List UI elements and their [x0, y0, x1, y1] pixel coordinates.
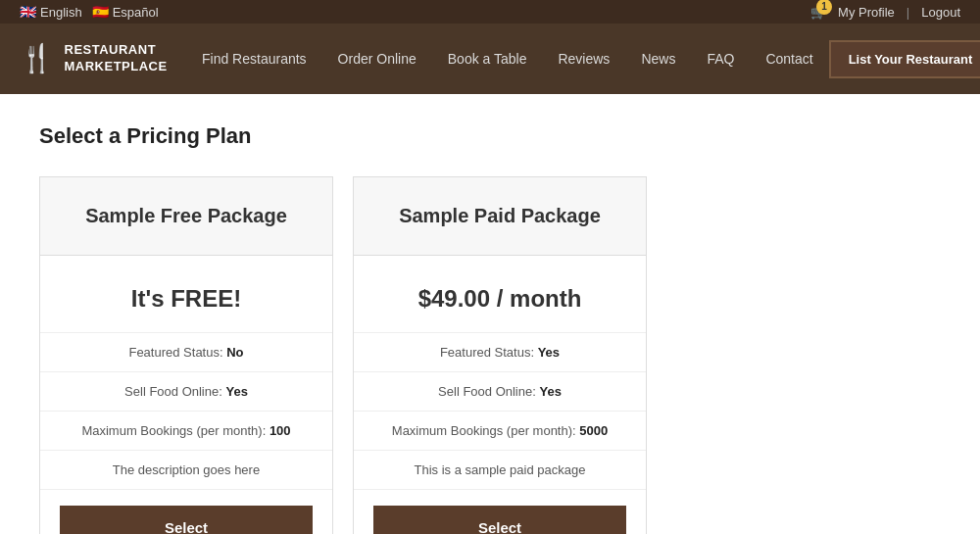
nav-reviews[interactable]: Reviews	[542, 24, 625, 94]
top-bar-left: 🇬🇧 English 🇪🇸 Español	[20, 4, 159, 20]
paid-package-price: $49.00 / month	[354, 256, 646, 333]
nav-faq[interactable]: FAQ	[691, 24, 750, 94]
free-package-max-bookings-value: 100	[270, 423, 291, 438]
nav-find-restaurants[interactable]: Find Restaurants	[186, 24, 322, 94]
divider: |	[906, 5, 909, 20]
free-package-featured: Featured Status: No	[40, 333, 332, 372]
free-package-price: It's FREE!	[40, 256, 332, 333]
cart-icon[interactable]: 🛒 1	[810, 5, 826, 20]
free-package-select-button[interactable]: Select	[60, 506, 313, 534]
lang-espanol[interactable]: 🇪🇸 Español	[92, 4, 159, 20]
brand-icon: 🍴	[20, 41, 55, 76]
free-package-sell-food-value: Yes	[225, 384, 247, 399]
brand-name: RESTAURANT MARKETPLACE	[65, 42, 168, 75]
free-package-max-bookings: Maximum Bookings (per month): 100	[40, 412, 332, 451]
espanol-label: Español	[113, 5, 159, 20]
logout-link[interactable]: Logout	[921, 5, 960, 20]
free-package-featured-value: No	[226, 345, 243, 360]
page-title: Select a Pricing Plan	[39, 123, 941, 149]
nav-links: Find Restaurants Order Online Book a Tab…	[186, 24, 829, 94]
espanol-flag: 🇪🇸	[92, 4, 109, 20]
free-package-header: Sample Free Package	[40, 177, 332, 256]
paid-package-featured: Featured Status: Yes	[354, 333, 646, 372]
my-profile-link[interactable]: My Profile	[838, 5, 895, 20]
paid-package-description: This is a sample paid package	[354, 451, 646, 490]
paid-package-card: Sample Paid Package $49.00 / month Featu…	[353, 176, 647, 534]
free-package-card: Sample Free Package It's FREE! Featured …	[39, 176, 333, 534]
nav-book-a-table[interactable]: Book a Table	[432, 24, 543, 94]
navbar: 🍴 RESTAURANT MARKETPLACE Find Restaurant…	[0, 24, 980, 94]
paid-package-select-button[interactable]: Select	[373, 506, 626, 534]
nav-news[interactable]: News	[625, 24, 691, 94]
free-package-sell-food: Sell Food Online: Yes	[40, 372, 332, 412]
brand[interactable]: 🍴 RESTAURANT MARKETPLACE	[20, 41, 157, 76]
free-package-footer: Select	[40, 490, 332, 534]
paid-package-max-bookings: Maximum Bookings (per month): 5000	[354, 412, 646, 451]
nav-contact[interactable]: Contact	[750, 24, 828, 94]
paid-package-header: Sample Paid Package	[354, 177, 646, 256]
paid-package-featured-value: Yes	[538, 345, 560, 360]
brand-line1: RESTAURANT	[65, 42, 168, 59]
main-content: Select a Pricing Plan Sample Free Packag…	[0, 94, 980, 534]
cards-container: Sample Free Package It's FREE! Featured …	[39, 176, 941, 534]
brand-line2: MARKETPLACE	[65, 59, 168, 75]
cart-badge: 1	[816, 0, 832, 15]
top-bar: 🇬🇧 English 🇪🇸 Español 🛒 1 My Profile | L…	[0, 0, 980, 24]
english-label: English	[40, 5, 82, 20]
lang-english[interactable]: 🇬🇧 English	[20, 4, 82, 20]
paid-package-max-bookings-value: 5000	[579, 423, 608, 438]
paid-package-sell-food: Sell Food Online: Yes	[354, 372, 646, 412]
list-restaurant-button[interactable]: List Your Restaurant	[829, 40, 980, 78]
english-flag: 🇬🇧	[20, 4, 36, 20]
paid-package-footer: Select	[354, 490, 646, 534]
free-package-description: The description goes here	[40, 451, 332, 490]
top-bar-right: 🛒 1 My Profile | Logout	[810, 5, 960, 20]
paid-package-sell-food-value: Yes	[539, 384, 561, 399]
nav-order-online[interactable]: Order Online	[322, 24, 432, 94]
